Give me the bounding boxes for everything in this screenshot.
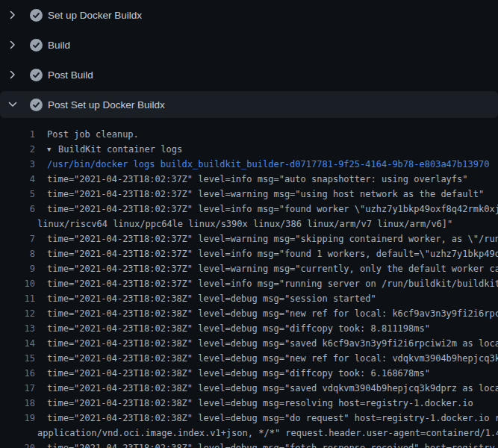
step-row-post-set-up-docker-buildx[interactable]: Post Set up Docker Buildx [0,91,498,118]
log-line-continuation: application/vnd.oci.image.index.v1+json,… [0,426,498,441]
log-line: 1Post job cleanup. [0,127,498,142]
group-title: BuildKit container logs [58,144,182,155]
step-row-build[interactable]: Build [0,30,498,60]
log-text: time="2021-04-23T18:02:37Z" level=warnin… [35,261,498,276]
actions-log-viewer: Set up Docker BuildxBuildPost BuildPost … [0,0,498,448]
log-text: time="2021-04-23T18:02:38Z" level=debug … [35,336,498,351]
log-line-continuation: linux/riscv64 linux/ppc64le linux/s390x … [0,217,498,231]
log-text: time="2021-04-23T18:02:38Z" level=debug … [35,396,473,411]
log-text: time="2021-04-23T18:02:38Z" level=debug … [35,411,498,426]
check-circle-icon [30,99,43,111]
check-circle-icon [30,9,43,22]
log-line: 2▼BuildKit container logs [0,142,498,157]
log-text: time="2021-04-23T18:02:38Z" level=debug … [35,291,376,306]
line-number[interactable]: 12 [0,306,35,321]
line-number[interactable]: 6 [0,202,35,217]
log-text: time="2021-04-23T18:02:37Z" level=warnin… [35,231,498,246]
line-number[interactable]: 1 [0,127,35,142]
line-number[interactable]: 16 [0,366,35,381]
line-number[interactable]: 10 [0,276,35,291]
line-number[interactable]: 13 [0,321,35,336]
line-number[interactable]: 17 [0,381,35,396]
line-number[interactable]: 15 [0,351,35,366]
log-text: time="2021-04-23T18:02:37Z" level=info m… [35,172,468,187]
check-circle-icon [30,69,43,81]
log-text: time="2021-04-23T18:02:37Z" level=warnin… [35,187,484,202]
chevron-down-icon[interactable] [7,99,19,111]
log-text: time="2021-04-23T18:02:37Z" level=info m… [35,276,498,291]
log-text: time="2021-04-23T18:02:38Z" level=debug … [35,351,498,366]
line-number[interactable]: 20 [0,441,35,448]
line-number[interactable]: 7 [0,231,35,246]
chevron-right-icon[interactable] [7,39,19,51]
log-line: 19time="2021-04-23T18:02:38Z" level=debu… [0,411,498,426]
line-number[interactable]: 9 [0,261,35,276]
log-text: time="2021-04-23T18:02:38Z" level=debug … [35,321,430,336]
line-number[interactable]: 19 [0,411,35,426]
log-line: 15time="2021-04-23T18:02:38Z" level=debu… [0,351,498,366]
line-number[interactable]: 8 [0,246,35,261]
log-line: 18time="2021-04-23T18:02:38Z" level=debu… [0,396,498,411]
line-number[interactable]: 5 [0,187,35,202]
step-label: Post Set up Docker Buildx [48,99,165,111]
log-command-text: /usr/bin/docker logs buildx_buildkit_bui… [35,157,489,172]
log-area: 1Post job cleanup.2▼BuildKit container l… [0,119,498,448]
log-line: 8time="2021-04-23T18:02:37Z" level=info … [0,246,498,261]
line-number[interactable]: 11 [0,291,35,306]
log-line: 9time="2021-04-23T18:02:37Z" level=warni… [0,261,498,276]
log-line: 13time="2021-04-23T18:02:38Z" level=debu… [0,321,498,336]
step-row-post-build[interactable]: Post Build [0,60,498,90]
log-line: 4time="2021-04-23T18:02:37Z" level=info … [0,172,498,187]
step-row-set-up-docker-buildx[interactable]: Set up Docker Buildx [0,0,498,30]
log-line: 14time="2021-04-23T18:02:38Z" level=debu… [0,336,498,351]
group-expanded-triangle-icon[interactable]: ▼ [47,142,58,157]
check-circle-icon [30,39,43,52]
log-text: time="2021-04-23T18:02:38Z" level=debug … [35,381,498,396]
log-line: 16time="2021-04-23T18:02:38Z" level=debu… [0,366,498,381]
step-label: Post Build [48,69,93,81]
line-number[interactable]: 18 [0,396,35,411]
log-text: time="2021-04-23T18:02:38Z" level=debug … [35,441,498,448]
log-text: time="2021-04-23T18:02:38Z" level=debug … [35,306,498,321]
steps-list: Set up Docker BuildxBuildPost BuildPost … [0,0,498,118]
log-text: time="2021-04-23T18:02:37Z" level=info m… [35,202,498,217]
log-line: 5time="2021-04-23T18:02:37Z" level=warni… [0,187,498,202]
log-text: time="2021-04-23T18:02:37Z" level=info m… [35,246,498,261]
line-number[interactable]: 2 [0,142,35,157]
step-label: Build [48,40,70,51]
log-line: 10time="2021-04-23T18:02:37Z" level=info… [0,276,498,291]
log-line: 6time="2021-04-23T18:02:37Z" level=info … [0,202,498,217]
log-text: Post job cleanup. [35,127,139,142]
log-line: 3/usr/bin/docker logs buildx_buildkit_bu… [0,157,498,172]
log-line: 7time="2021-04-23T18:02:37Z" level=warni… [0,231,498,246]
line-number[interactable]: 14 [0,336,35,351]
step-label: Set up Docker Buildx [48,10,142,21]
log-line: 11time="2021-04-23T18:02:38Z" level=debu… [0,291,498,306]
log-line: 17time="2021-04-23T18:02:38Z" level=debu… [0,381,498,396]
line-number[interactable]: 3 [0,157,35,172]
chevron-right-icon[interactable] [7,69,19,81]
chevron-right-icon[interactable] [7,9,19,21]
line-number[interactable]: 4 [0,172,35,187]
log-line: 12time="2021-04-23T18:02:38Z" level=debu… [0,306,498,321]
log-group-header[interactable]: ▼BuildKit container logs [35,142,182,157]
log-text: time="2021-04-23T18:02:38Z" level=debug … [35,366,430,381]
log-line: 20time="2021-04-23T18:02:38Z" level=debu… [0,441,498,448]
